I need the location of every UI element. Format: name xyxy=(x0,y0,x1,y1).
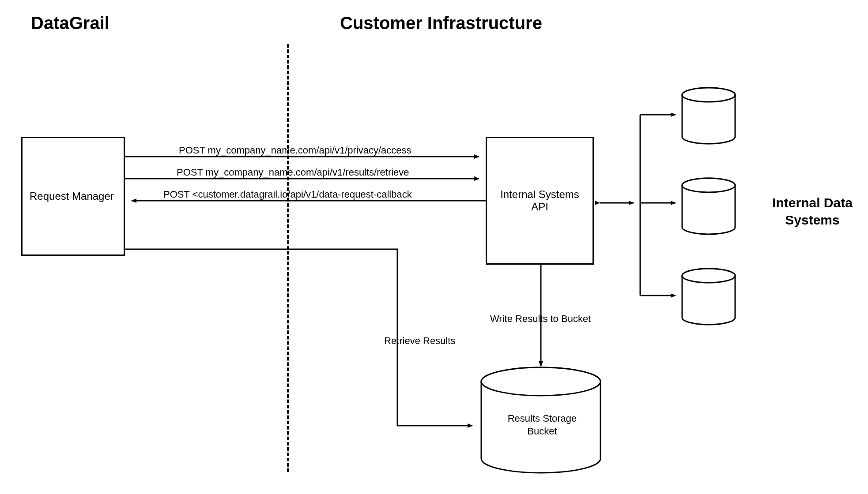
svg-point-7 xyxy=(682,269,735,283)
bucket-line1: Results Storage xyxy=(508,413,577,424)
bucket-label: Results Storage Bucket xyxy=(498,412,586,438)
svg-point-5 xyxy=(682,178,735,192)
cylinder-2 xyxy=(682,178,735,234)
svg-point-1 xyxy=(481,367,600,396)
svg-point-3 xyxy=(682,88,735,102)
diagram-svg xyxy=(0,0,868,494)
bucket-line2: Bucket xyxy=(527,426,557,437)
cylinder-3 xyxy=(682,269,735,325)
arrow-retrieve-results xyxy=(125,249,472,426)
cylinder-1 xyxy=(682,88,735,144)
